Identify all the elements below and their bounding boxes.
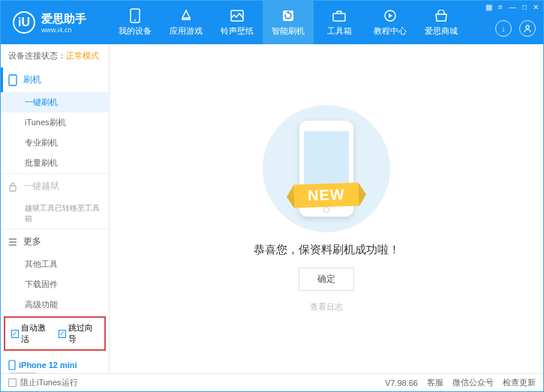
connection-status: 设备连接状态：正常模式 [1, 44, 109, 67]
maximize-button[interactable]: □ [522, 3, 527, 11]
app-title: 爱思助手 [41, 12, 86, 26]
phone-icon [128, 8, 143, 23]
svg-rect-9 [9, 361, 15, 370]
phone-icon [8, 74, 17, 86]
sidebar-pro-flash[interactable]: 专业刷机 [1, 133, 109, 153]
device-info[interactable]: iPhone 12 mini 64GB Down-12mini-13,1 [1, 355, 109, 373]
toolbox-icon [332, 8, 347, 23]
settings-button[interactable]: ≡ [498, 3, 503, 11]
auto-activate-checkbox[interactable]: ✓自动激活 [11, 322, 51, 345]
view-log-link[interactable]: 查看日志 [310, 301, 343, 313]
main-content: NEW 恭喜您，保资料刷机成功啦！ 确定 查看日志 [110, 44, 543, 373]
list-icon [8, 238, 17, 247]
nav-toolbox[interactable]: 工具箱 [314, 1, 365, 44]
lock-icon [8, 181, 17, 192]
svg-rect-7 [9, 75, 17, 85]
download-button[interactable]: ↓ [495, 20, 512, 37]
sidebar: 设备连接状态：正常模式 刷机 一键刷机 iTunes刷机 专业刷机 批量刷机 一… [1, 44, 110, 373]
skip-guide-checkbox[interactable]: ✓跳过向导 [59, 322, 98, 345]
logo-icon: iU [13, 11, 35, 34]
app-url: www.i4.cn [41, 26, 86, 34]
device-storage: 64GB [8, 373, 37, 373]
nav-store[interactable]: 爱思商城 [416, 1, 467, 44]
svg-rect-4 [333, 13, 345, 21]
sidebar-batch-flash[interactable]: 批量刷机 [1, 153, 109, 173]
wechat-link[interactable]: 微信公众号 [452, 377, 494, 388]
sidebar-more-head[interactable]: 更多 [1, 229, 109, 254]
menu-button[interactable]: ▦ [485, 3, 492, 11]
refresh-icon [281, 8, 296, 23]
check-update-link[interactable]: 检查更新 [503, 377, 536, 388]
main-nav: 我的设备 应用游戏 铃声壁纸 智能刷机 工具箱 教程中心 爱思商城 [110, 1, 467, 44]
sidebar-download-firmware[interactable]: 下载固件 [1, 274, 109, 295]
sidebar-one-click-flash[interactable]: 一键刷机 [1, 92, 109, 112]
sidebar-jailbreak-note: 越狱工具已转移至工具箱 [1, 199, 109, 229]
nav-apps[interactable]: 应用游戏 [161, 1, 212, 44]
support-link[interactable]: 客服 [427, 377, 443, 388]
block-itunes-label: 阻止iTunes运行 [20, 377, 78, 388]
svg-rect-8 [10, 186, 16, 191]
sidebar-itunes-flash[interactable]: iTunes刷机 [1, 112, 109, 133]
apps-icon [179, 8, 194, 23]
nav-flash[interactable]: 智能刷机 [263, 1, 314, 44]
confirm-button[interactable]: 确定 [299, 268, 354, 291]
window-controls: ▦ ≡ — □ ✕ [485, 3, 539, 11]
sidebar-advanced[interactable]: 高级功能 [1, 295, 109, 315]
nav-my-device[interactable]: 我的设备 [110, 1, 161, 44]
nav-tutorial[interactable]: 教程中心 [365, 1, 416, 44]
svg-point-6 [526, 25, 529, 28]
success-illustration: NEW [263, 105, 390, 232]
user-button[interactable] [519, 20, 536, 37]
device-name: iPhone 12 mini [8, 360, 101, 370]
minimize-button[interactable]: — [509, 3, 516, 11]
phone-icon [8, 360, 16, 370]
sidebar-jailbreak-head[interactable]: 一键越狱 [1, 174, 109, 199]
svg-point-1 [134, 19, 136, 21]
wallpaper-icon [230, 8, 245, 23]
flash-options-highlight: ✓自动激活 ✓跳过向导 [4, 316, 106, 351]
success-message: 恭喜您，保资料刷机成功啦！ [254, 243, 400, 257]
close-button[interactable]: ✕ [533, 3, 539, 11]
header-user-area: ↓ [495, 20, 536, 37]
sidebar-other-tools[interactable]: 其他工具 [1, 254, 109, 274]
nav-ringtone[interactable]: 铃声壁纸 [212, 1, 263, 44]
sidebar-flash-head[interactable]: 刷机 [1, 67, 109, 92]
footer: 阻止iTunes运行 V7.98.66 客服 微信公众号 检查更新 [1, 373, 543, 391]
app-header: iU 爱思助手 www.i4.cn 我的设备 应用游戏 铃声壁纸 智能刷机 工具… [1, 1, 543, 44]
new-banner: NEW [294, 183, 359, 208]
logo-area: iU 爱思助手 www.i4.cn [1, 11, 110, 34]
block-itunes-checkbox[interactable] [8, 379, 17, 387]
version-label: V7.98.66 [385, 379, 418, 388]
store-icon [434, 8, 449, 23]
tutorial-icon [383, 8, 398, 23]
